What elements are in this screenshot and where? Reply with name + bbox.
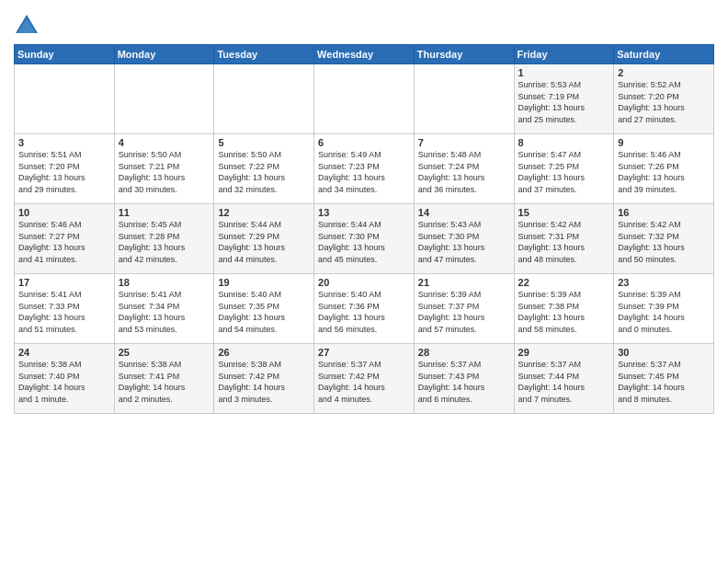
day-cell	[414, 64, 514, 134]
day-number: 8	[518, 137, 610, 148]
day-info: Sunrise: 5:44 AM Sunset: 7:29 PM Dayligh…	[218, 219, 310, 265]
day-info: Sunrise: 5:53 AM Sunset: 7:19 PM Dayligh…	[518, 79, 610, 125]
day-cell: 11Sunrise: 5:45 AM Sunset: 7:28 PM Dayli…	[114, 204, 214, 274]
day-info: Sunrise: 5:50 AM Sunset: 7:22 PM Dayligh…	[218, 149, 310, 195]
day-cell	[15, 64, 115, 134]
day-info: Sunrise: 5:50 AM Sunset: 7:21 PM Dayligh…	[119, 149, 210, 195]
day-info: Sunrise: 5:38 AM Sunset: 7:41 PM Dayligh…	[119, 359, 210, 405]
day-info: Sunrise: 5:42 AM Sunset: 7:32 PM Dayligh…	[618, 219, 710, 265]
day-info: Sunrise: 5:44 AM Sunset: 7:30 PM Dayligh…	[318, 219, 410, 265]
day-cell: 21Sunrise: 5:39 AM Sunset: 7:37 PM Dayli…	[414, 274, 514, 344]
day-cell	[214, 64, 314, 134]
day-cell: 27Sunrise: 5:37 AM Sunset: 7:42 PM Dayli…	[314, 344, 415, 414]
header-cell-saturday: Saturday	[614, 45, 714, 64]
day-cell: 19Sunrise: 5:40 AM Sunset: 7:35 PM Dayli…	[214, 274, 314, 344]
logo-icon	[14, 13, 40, 39]
day-cell: 14Sunrise: 5:43 AM Sunset: 7:30 PM Dayli…	[414, 204, 514, 274]
day-cell: 7Sunrise: 5:48 AM Sunset: 7:24 PM Daylig…	[414, 134, 514, 204]
day-info: Sunrise: 5:41 AM Sunset: 7:33 PM Dayligh…	[18, 289, 110, 335]
logo	[14, 13, 43, 39]
day-cell: 20Sunrise: 5:40 AM Sunset: 7:36 PM Dayli…	[314, 274, 415, 344]
day-cell: 25Sunrise: 5:38 AM Sunset: 7:41 PM Dayli…	[114, 344, 214, 414]
day-number: 6	[318, 137, 410, 148]
day-number: 26	[218, 347, 310, 358]
day-cell: 10Sunrise: 5:46 AM Sunset: 7:27 PM Dayli…	[15, 204, 115, 274]
day-number: 4	[119, 137, 210, 148]
day-number: 29	[518, 347, 610, 358]
day-number: 12	[218, 207, 310, 218]
day-cell: 12Sunrise: 5:44 AM Sunset: 7:29 PM Dayli…	[214, 204, 314, 274]
day-number: 30	[618, 347, 710, 358]
day-number: 11	[119, 207, 210, 218]
day-number: 19	[218, 277, 310, 288]
day-cell: 17Sunrise: 5:41 AM Sunset: 7:33 PM Dayli…	[15, 274, 115, 344]
day-cell: 24Sunrise: 5:38 AM Sunset: 7:40 PM Dayli…	[15, 344, 115, 414]
day-info: Sunrise: 5:52 AM Sunset: 7:20 PM Dayligh…	[618, 79, 710, 125]
day-cell: 2Sunrise: 5:52 AM Sunset: 7:20 PM Daylig…	[614, 64, 714, 134]
day-info: Sunrise: 5:38 AM Sunset: 7:40 PM Dayligh…	[18, 359, 110, 405]
day-number: 3	[18, 137, 110, 148]
day-cell: 18Sunrise: 5:41 AM Sunset: 7:34 PM Dayli…	[114, 274, 214, 344]
day-cell	[314, 64, 415, 134]
day-number: 16	[618, 207, 710, 218]
day-cell: 28Sunrise: 5:37 AM Sunset: 7:43 PM Dayli…	[414, 344, 514, 414]
day-info: Sunrise: 5:42 AM Sunset: 7:31 PM Dayligh…	[518, 219, 610, 265]
day-info: Sunrise: 5:37 AM Sunset: 7:45 PM Dayligh…	[618, 359, 710, 405]
day-info: Sunrise: 5:40 AM Sunset: 7:36 PM Dayligh…	[318, 289, 410, 335]
header-cell-thursday: Thursday	[414, 45, 514, 64]
day-number: 5	[218, 137, 310, 148]
header	[14, 9, 714, 39]
header-cell-friday: Friday	[514, 45, 614, 64]
day-info: Sunrise: 5:37 AM Sunset: 7:42 PM Dayligh…	[318, 359, 410, 405]
day-info: Sunrise: 5:46 AM Sunset: 7:27 PM Dayligh…	[18, 219, 110, 265]
day-info: Sunrise: 5:40 AM Sunset: 7:35 PM Dayligh…	[218, 289, 310, 335]
day-cell: 1Sunrise: 5:53 AM Sunset: 7:19 PM Daylig…	[514, 64, 614, 134]
header-row: SundayMondayTuesdayWednesdayThursdayFrid…	[15, 45, 714, 64]
day-cell: 29Sunrise: 5:37 AM Sunset: 7:44 PM Dayli…	[514, 344, 614, 414]
day-info: Sunrise: 5:37 AM Sunset: 7:44 PM Dayligh…	[518, 359, 610, 405]
day-info: Sunrise: 5:47 AM Sunset: 7:25 PM Dayligh…	[518, 149, 610, 195]
week-row-2: 3Sunrise: 5:51 AM Sunset: 7:20 PM Daylig…	[15, 134, 714, 204]
header-cell-monday: Monday	[114, 45, 214, 64]
day-number: 17	[18, 277, 110, 288]
calendar-table: SundayMondayTuesdayWednesdayThursdayFrid…	[14, 44, 714, 414]
day-cell: 5Sunrise: 5:50 AM Sunset: 7:22 PM Daylig…	[214, 134, 314, 204]
day-cell: 3Sunrise: 5:51 AM Sunset: 7:20 PM Daylig…	[15, 134, 115, 204]
day-cell: 13Sunrise: 5:44 AM Sunset: 7:30 PM Dayli…	[314, 204, 415, 274]
day-info: Sunrise: 5:48 AM Sunset: 7:24 PM Dayligh…	[418, 149, 510, 195]
week-row-3: 10Sunrise: 5:46 AM Sunset: 7:27 PM Dayli…	[15, 204, 714, 274]
day-info: Sunrise: 5:39 AM Sunset: 7:39 PM Dayligh…	[618, 289, 710, 335]
day-number: 14	[418, 207, 510, 218]
day-number: 24	[18, 347, 110, 358]
day-number: 10	[18, 207, 110, 218]
week-row-1: 1Sunrise: 5:53 AM Sunset: 7:19 PM Daylig…	[15, 64, 714, 134]
header-cell-wednesday: Wednesday	[314, 45, 415, 64]
day-number: 20	[318, 277, 410, 288]
day-cell: 4Sunrise: 5:50 AM Sunset: 7:21 PM Daylig…	[114, 134, 214, 204]
day-cell: 8Sunrise: 5:47 AM Sunset: 7:25 PM Daylig…	[514, 134, 614, 204]
day-number: 2	[618, 67, 710, 78]
day-info: Sunrise: 5:45 AM Sunset: 7:28 PM Dayligh…	[119, 219, 210, 265]
day-number: 13	[318, 207, 410, 218]
day-info: Sunrise: 5:39 AM Sunset: 7:37 PM Dayligh…	[418, 289, 510, 335]
day-number: 15	[518, 207, 610, 218]
day-number: 28	[418, 347, 510, 358]
day-cell: 16Sunrise: 5:42 AM Sunset: 7:32 PM Dayli…	[614, 204, 714, 274]
day-info: Sunrise: 5:49 AM Sunset: 7:23 PM Dayligh…	[318, 149, 410, 195]
header-cell-sunday: Sunday	[15, 45, 115, 64]
day-number: 25	[119, 347, 210, 358]
day-cell: 9Sunrise: 5:46 AM Sunset: 7:26 PM Daylig…	[614, 134, 714, 204]
header-cell-tuesday: Tuesday	[214, 45, 314, 64]
page: SundayMondayTuesdayWednesdayThursdayFrid…	[0, 0, 728, 563]
day-info: Sunrise: 5:39 AM Sunset: 7:38 PM Dayligh…	[518, 289, 610, 335]
day-number: 23	[618, 277, 710, 288]
day-cell: 22Sunrise: 5:39 AM Sunset: 7:38 PM Dayli…	[514, 274, 614, 344]
day-info: Sunrise: 5:37 AM Sunset: 7:43 PM Dayligh…	[418, 359, 510, 405]
day-info: Sunrise: 5:43 AM Sunset: 7:30 PM Dayligh…	[418, 219, 510, 265]
day-info: Sunrise: 5:38 AM Sunset: 7:42 PM Dayligh…	[218, 359, 310, 405]
day-info: Sunrise: 5:41 AM Sunset: 7:34 PM Dayligh…	[119, 289, 210, 335]
day-cell: 23Sunrise: 5:39 AM Sunset: 7:39 PM Dayli…	[614, 274, 714, 344]
week-row-5: 24Sunrise: 5:38 AM Sunset: 7:40 PM Dayli…	[15, 344, 714, 414]
week-row-4: 17Sunrise: 5:41 AM Sunset: 7:33 PM Dayli…	[15, 274, 714, 344]
day-number: 27	[318, 347, 410, 358]
